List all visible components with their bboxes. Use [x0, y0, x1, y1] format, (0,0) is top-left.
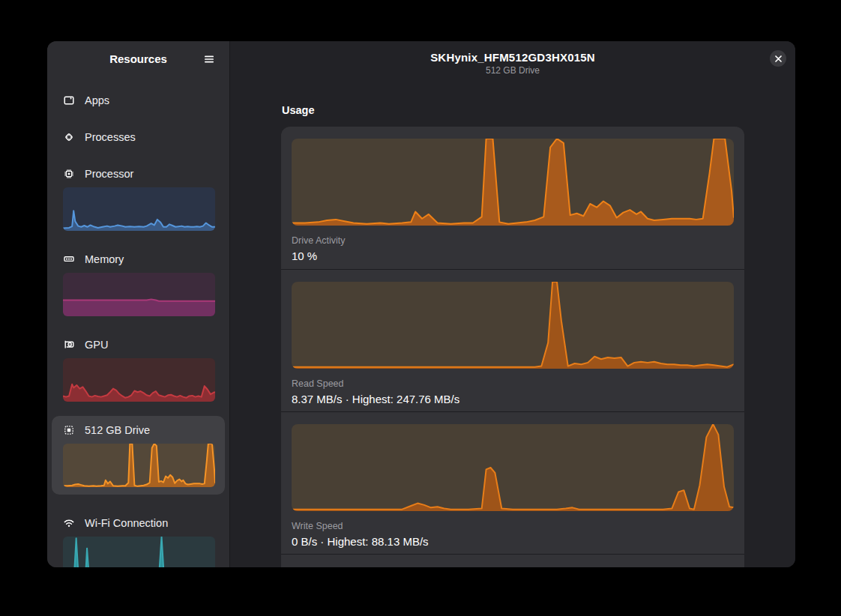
memory-icon: [63, 253, 75, 265]
apps-icon: [63, 94, 75, 106]
write-speed-row: Write Speed 0 B/s · Highest: 88.13 MB/s: [281, 411, 744, 554]
write-speed-chart: [292, 424, 734, 511]
drive-activity-label: Drive Activity: [292, 235, 734, 246]
total-read-row: Total Read: [281, 554, 744, 567]
wifi-mini-graph: [63, 537, 215, 567]
read-speed-value: 8.37 MB/s · Highest: 247.76 MB/s: [292, 393, 734, 405]
sidebar-item-label: Processes: [85, 131, 136, 143]
gpu-icon: [63, 339, 75, 351]
drive-mini-graph: [63, 444, 215, 487]
sidebar-item-processes[interactable]: Processes: [52, 123, 225, 148]
processor-icon: [63, 168, 75, 180]
sidebar: Resources Apps: [47, 41, 230, 567]
main-menu-button[interactable]: [198, 48, 220, 70]
read-speed-row: Read Speed 8.37 MB/s · Highest: 247.76 M…: [281, 269, 744, 411]
sidebar-item-label: Wi-Fi Connection: [85, 517, 168, 529]
resources-app-window: Resources Apps: [47, 41, 795, 567]
drive-activity-chart: [292, 139, 734, 226]
drive-detail-pane: SKHynix_HFM512GD3HX015N 512 GB Drive Usa…: [230, 41, 795, 567]
sidebar-item-memory[interactable]: Memory: [52, 245, 225, 316]
sidebar-item-label: Processor: [85, 168, 133, 180]
write-speed-value: 0 B/s · Highest: 88.13 MB/s: [292, 535, 734, 548]
sidebar-item-gpu[interactable]: GPU: [52, 330, 225, 402]
sidebar-item-processor[interactable]: Processor: [52, 160, 225, 231]
read-speed-label: Read Speed: [292, 378, 734, 389]
drive-activity-value: 10 %: [292, 250, 734, 262]
usage-card-group: Drive Activity 10 % Read Speed 8.37 MB/s…: [281, 127, 744, 567]
sidebar-header: Resources: [47, 43, 229, 76]
sidebar-item-label: Apps: [85, 94, 109, 106]
sidebar-item-wifi[interactable]: Wi-Fi Connection: [52, 509, 225, 567]
sidebar-item-apps[interactable]: Apps: [52, 86, 225, 111]
drive-title: SKHynix_HFM512GD3HX015N: [430, 51, 595, 64]
drive-icon: [63, 424, 75, 436]
close-button[interactable]: [770, 50, 786, 67]
sidebar-list: Apps Processes: [47, 76, 229, 567]
gpu-mini-graph: [63, 358, 215, 402]
wifi-icon: [63, 517, 75, 529]
sidebar-item-label: 512 GB Drive: [85, 424, 150, 436]
close-icon: [775, 55, 782, 62]
sidebar-item-label: GPU: [85, 339, 108, 351]
sidebar-item-label: Memory: [85, 253, 124, 265]
drive-activity-row: Drive Activity 10 %: [281, 127, 744, 269]
hamburger-menu-icon: [203, 53, 215, 65]
usage-section-title: Usage: [282, 104, 744, 116]
drive-subtitle: 512 GB Drive: [486, 65, 540, 76]
detail-scroll-area[interactable]: Usage Drive Activity 10 % Read Speed 8.3…: [230, 79, 795, 567]
processor-mini-graph: [63, 187, 215, 231]
detail-header: SKHynix_HFM512GD3HX015N 512 GB Drive: [230, 41, 795, 79]
write-speed-label: Write Speed: [292, 521, 734, 531]
sidebar-item-drive[interactable]: 512 GB Drive: [52, 416, 225, 495]
read-speed-chart: [292, 282, 734, 369]
sidebar-title: Resources: [109, 52, 167, 65]
memory-mini-graph: [63, 273, 215, 316]
processes-icon: [63, 131, 75, 143]
